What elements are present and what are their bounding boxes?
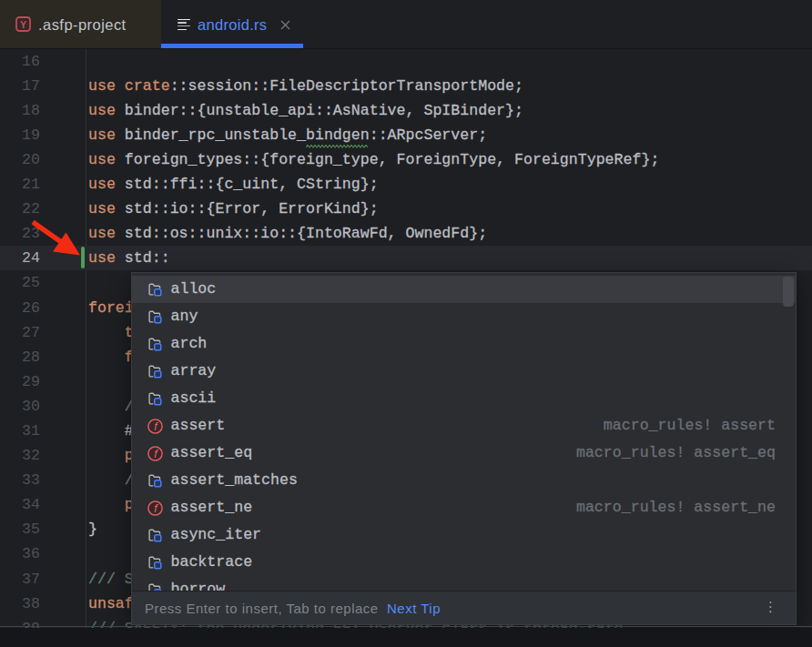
svg-text:Y: Y — [20, 19, 26, 30]
